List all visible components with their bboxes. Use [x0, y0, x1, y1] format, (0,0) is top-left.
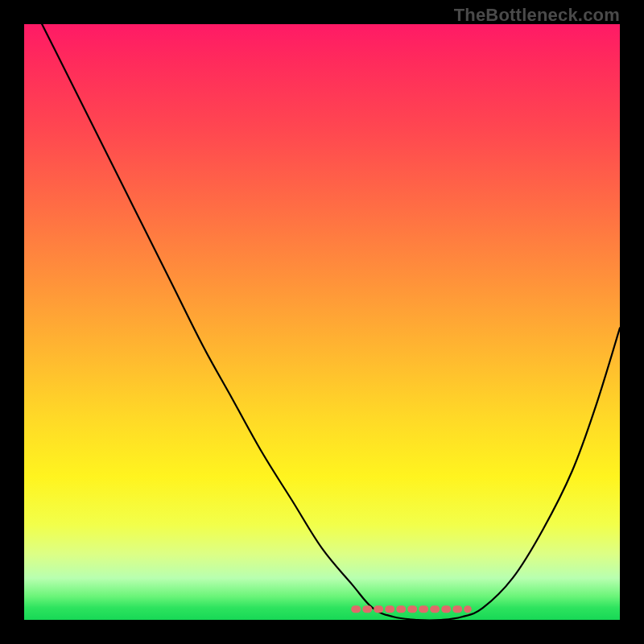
watermark-text: TheBottleneck.com [454, 5, 620, 26]
curve-layer [24, 24, 620, 620]
chart-frame: TheBottleneck.com [0, 0, 644, 644]
performance-curve [24, 0, 620, 621]
gradient-plot-area [24, 24, 620, 620]
